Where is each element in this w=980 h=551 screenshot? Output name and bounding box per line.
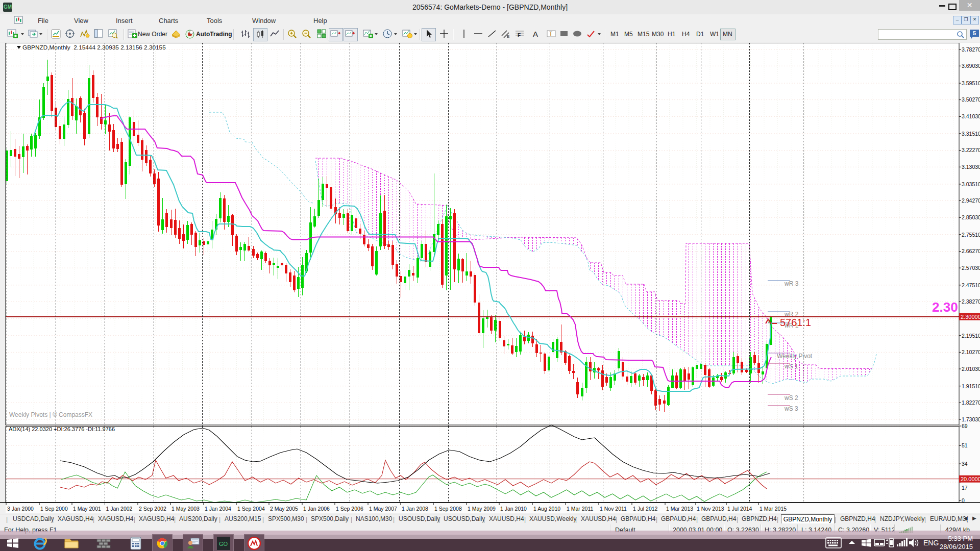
svg-text:T: T	[549, 31, 552, 37]
svg-text:2.01030: 2.01030	[962, 366, 980, 372]
svg-text:2.57030: 2.57030	[962, 265, 980, 271]
svg-text:3.41030: 3.41030	[962, 113, 980, 119]
svg-text:E: E	[507, 34, 509, 39]
svg-text:5: 5	[973, 30, 976, 36]
svg-text:2.38270: 2.38270	[962, 298, 980, 305]
svg-text:1 Jan 2008: 1 Jan 2008	[402, 506, 428, 512]
svg-text:1 Aug 2010: 1 Aug 2010	[533, 506, 560, 512]
svg-text:3.78270: 3.78270	[962, 46, 980, 53]
svg-text:1 Nov 2011: 1 Nov 2011	[600, 506, 627, 512]
svg-text:3.22270: 3.22270	[962, 147, 980, 153]
svg-text:2.85030: 2.85030	[962, 214, 980, 220]
svg-text:GBPNZD,Monthly 2.15444 2.3093: GBPNZD,Monthly 2.15444 2.30935 2.13156 2…	[22, 44, 166, 51]
svg-text:2.30000: 2.30000	[961, 314, 980, 320]
svg-text:2.66270: 2.66270	[962, 248, 980, 254]
svg-text:1 Jul 2012: 1 Jul 2012	[633, 506, 658, 512]
svg-text:F: F	[518, 33, 521, 38]
svg-text:3.69030: 3.69030	[962, 63, 980, 69]
svg-text:1 Mar 2015: 1 Mar 2015	[760, 506, 787, 512]
svg-text:wS 1: wS 1	[784, 363, 798, 370]
svg-text:1 Jan 2006: 1 Jan 2006	[303, 506, 330, 512]
svg-text:Weekly Pivots | © CompassFX: Weekly Pivots | © CompassFX	[9, 411, 92, 418]
svg-text:3.13030: 3.13030	[962, 164, 980, 170]
svg-text:1 Jan 2002: 1 Jan 2002	[106, 506, 133, 512]
svg-text:3.03510: 3.03510	[962, 181, 980, 187]
svg-text:1 Sep 2008: 1 Sep 2008	[434, 506, 462, 512]
svg-text:1 May 2003: 1 May 2003	[172, 506, 200, 512]
svg-text:2 Sep 2002: 2 Sep 2002	[139, 506, 166, 512]
svg-text:2.94270: 2.94270	[962, 197, 980, 204]
svg-text:1 Sep 2004: 1 Sep 2004	[237, 506, 265, 512]
svg-text:20.0000: 20.0000	[961, 476, 980, 482]
svg-text:wS 2: wS 2	[784, 394, 798, 402]
svg-text:wS 3: wS 3	[784, 405, 798, 412]
svg-text:GO: GO	[219, 541, 228, 547]
svg-text:1 Sep 2006: 1 Sep 2006	[336, 506, 363, 512]
svg-text:3.31510: 3.31510	[962, 131, 980, 137]
svg-text:2.30: 2.30	[932, 299, 958, 315]
svg-text:2.47510: 2.47510	[962, 282, 980, 288]
svg-text:1 Jan 2004: 1 Jan 2004	[205, 506, 231, 512]
svg-text:51: 51	[962, 442, 968, 448]
svg-text:1 May 2007: 1 May 2007	[369, 506, 397, 512]
svg-text:1 Sep 2000: 1 Sep 2000	[40, 506, 68, 512]
svg-text:5761:1: 5761:1	[780, 317, 811, 328]
svg-text:3.50270: 3.50270	[962, 96, 980, 103]
svg-text:2 May 2005: 2 May 2005	[270, 506, 298, 512]
svg-text:17: 17	[962, 485, 968, 491]
svg-text:wR 3: wR 3	[784, 280, 799, 287]
svg-text:69: 69	[962, 423, 968, 429]
svg-text:2.75510: 2.75510	[962, 232, 980, 238]
svg-text:ADX(14) 22.0320 +DI:26.3776 -D: ADX(14) 22.0320 +DI:26.3776 -DI:11.9766	[9, 426, 115, 432]
svg-text:1 Nov 2013: 1 Nov 2013	[697, 506, 724, 512]
svg-text:3.59510: 3.59510	[962, 80, 980, 86]
svg-text:1.73030: 1.73030	[962, 416, 980, 422]
svg-text:1 Mar 2011: 1 Mar 2011	[567, 506, 593, 512]
svg-text:1 Jul 2014: 1 Jul 2014	[727, 506, 752, 512]
svg-text:1 Jan 2010: 1 Jan 2010	[500, 506, 527, 512]
svg-text:2.10270: 2.10270	[962, 349, 980, 355]
svg-text:1.91510: 1.91510	[962, 383, 980, 389]
svg-text:A: A	[533, 30, 538, 38]
svg-text:Weekly Pivot: Weekly Pivot	[777, 353, 813, 360]
svg-text:34: 34	[962, 461, 968, 467]
svg-text:1 Mar 2013: 1 Mar 2013	[666, 506, 693, 512]
svg-text:2.19510: 2.19510	[962, 333, 980, 339]
svg-text:1 May 2001: 1 May 2001	[73, 506, 101, 512]
svg-text:3 Jan 2000: 3 Jan 2000	[7, 506, 34, 512]
svg-text:1.82270: 1.82270	[962, 399, 980, 406]
svg-text:1 May 2009: 1 May 2009	[468, 506, 496, 512]
